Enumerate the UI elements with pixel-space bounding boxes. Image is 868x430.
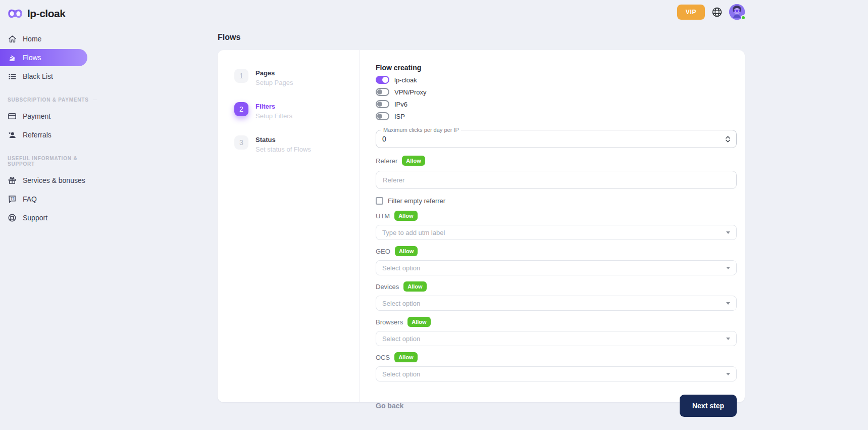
devices-select[interactable]: Select option — [376, 296, 737, 311]
chevron-down-icon — [726, 231, 730, 234]
blacklist-icon — [8, 72, 17, 81]
chevron-down-icon — [726, 267, 730, 269]
referer-label-row: Referer Allow — [376, 156, 737, 166]
go-back-button[interactable]: Go back — [376, 402, 403, 410]
browsers-select[interactable]: Select option — [376, 331, 737, 346]
online-status-dot — [741, 15, 746, 20]
step-number[interactable]: 2 — [234, 102, 248, 116]
vpn-proxy-toggle[interactable] — [376, 88, 389, 96]
geo-allow-badge[interactable]: Allow — [395, 246, 418, 256]
sidebar: lp-cloak Home Flows Black List Subscript… — [0, 0, 101, 228]
browsers-allow-badge[interactable]: Allow — [407, 317, 430, 327]
step-title: Status — [256, 135, 311, 144]
ocs-label-row: OCS Allow — [376, 352, 737, 362]
credit-card-icon — [8, 112, 17, 121]
brand-logo[interactable]: lp-cloak — [0, 0, 101, 20]
step-number[interactable]: 3 — [234, 135, 248, 150]
flow-card: 1 Pages Setup Pages 2 Filters Setup Filt… — [218, 50, 745, 402]
sidebar-item-label: Black List — [23, 72, 53, 80]
flow-creating-form: Flow creating lp-cloak VPN/Proxy IPv6 IS… — [360, 50, 745, 402]
utm-allow-badge[interactable]: Allow — [394, 211, 417, 221]
chevron-down-icon — [726, 338, 730, 340]
ocs-allow-badge[interactable]: Allow — [394, 352, 417, 362]
step-subtitle: Setup Filters — [256, 112, 292, 120]
sidebar-nav: Home Flows Black List Subscription & pay… — [0, 30, 101, 226]
filter-empty-referrer-label: Filter empty referrer — [388, 197, 445, 205]
user-avatar[interactable] — [729, 4, 745, 20]
sidebar-item-support[interactable]: Support — [0, 209, 101, 226]
toggle-knob — [377, 102, 382, 107]
lifebuoy-icon — [8, 213, 17, 222]
browsers-select-placeholder: Select option — [382, 335, 420, 343]
devices-allow-badge[interactable]: Allow — [403, 281, 426, 292]
step-number[interactable]: 1 — [234, 69, 248, 83]
toggle-knob — [382, 77, 388, 83]
svg-text:?!: ?! — [11, 197, 14, 200]
page-title: Flows — [218, 33, 745, 42]
next-step-button[interactable]: Next step — [680, 395, 737, 417]
utm-select[interactable]: Type to add utm label — [376, 225, 737, 240]
step-filters: 2 Filters Setup Filters — [234, 102, 360, 120]
utm-label-row: UTM Allow — [376, 211, 737, 221]
browsers-label-row: Browsers Allow — [376, 317, 737, 327]
sidebar-item-label: Support — [23, 214, 47, 222]
section-title: Subscription & payments — [8, 97, 89, 103]
step-pages: 1 Pages Setup Pages — [234, 69, 360, 86]
sidebar-item-referrals[interactable]: Referrals — [0, 126, 101, 144]
sidebar-item-label: Home — [23, 35, 41, 43]
sidebar-item-payment[interactable]: Payment — [0, 108, 101, 125]
toggle-label: ISP — [394, 113, 405, 120]
sidebar-item-flows[interactable]: Flows — [0, 49, 87, 66]
geo-select-placeholder: Select option — [382, 264, 420, 272]
section-title: Useful information & support — [8, 156, 97, 167]
isp-toggle[interactable] — [376, 112, 389, 120]
chevron-down-icon — [726, 373, 730, 375]
globe-language-icon[interactable] — [711, 7, 723, 18]
form-heading: Flow creating — [376, 64, 737, 72]
brand-name: lp-cloak — [27, 8, 65, 20]
ocs-label: OCS — [376, 354, 390, 361]
sidebar-item-home[interactable]: Home — [0, 30, 101, 47]
max-clicks-input[interactable] — [382, 135, 726, 143]
max-clicks-label: Maximum clicks per day per IP — [381, 127, 461, 133]
referer-label: Referer — [376, 157, 397, 165]
toggle-knob — [377, 114, 382, 119]
toggle-row-ipv6: IPv6 — [376, 100, 737, 108]
referrals-icon — [8, 130, 17, 139]
referer-input[interactable] — [376, 171, 737, 189]
step-title: Filters — [256, 102, 292, 110]
devices-select-placeholder: Select option — [382, 300, 420, 307]
sidebar-item-services-bonuses[interactable]: Services & bonuses — [0, 172, 101, 189]
sidebar-section-subscription: Subscription & payments — [8, 97, 97, 103]
step-subtitle: Setup Pages — [256, 79, 293, 86]
referer-allow-badge[interactable]: Allow — [402, 156, 425, 166]
utm-label: UTM — [376, 212, 390, 220]
sidebar-item-label: Flows — [23, 54, 41, 62]
main-content: VIP Flows 1 Pages Setup Pages — [218, 0, 745, 402]
section-divider — [93, 100, 97, 100]
geo-label: GEO — [376, 248, 390, 255]
step-title: Pages — [256, 69, 293, 77]
toggle-label: IPv6 — [394, 101, 407, 108]
number-stepper-icon[interactable] — [726, 136, 730, 142]
ocs-select-placeholder: Select option — [382, 370, 420, 378]
devices-label-row: Devices Allow — [376, 281, 737, 292]
filter-empty-referrer-row: Filter empty referrer — [376, 197, 737, 205]
lp-cloak-toggle[interactable] — [376, 76, 389, 84]
toggle-row-vpn-proxy: VPN/Proxy — [376, 88, 737, 96]
browsers-label: Browsers — [376, 318, 403, 326]
vip-button[interactable]: VIP — [677, 5, 705, 20]
utm-select-placeholder: Type to add utm label — [382, 229, 445, 236]
ocs-select[interactable]: Select option — [376, 366, 737, 381]
sidebar-item-black-list[interactable]: Black List — [0, 68, 101, 85]
filter-empty-referrer-checkbox[interactable] — [376, 197, 383, 205]
sidebar-item-faq[interactable]: ?! FAQ — [0, 190, 101, 208]
gift-icon — [8, 176, 17, 185]
flows-icon — [8, 53, 17, 62]
sidebar-item-label: FAQ — [23, 195, 37, 203]
sidebar-section-useful: Useful information & support — [8, 156, 97, 167]
geo-select[interactable]: Select option — [376, 260, 737, 275]
toggle-row-lp-cloak: lp-cloak — [376, 76, 737, 84]
mask-logo-icon — [8, 9, 23, 19]
ipv6-toggle[interactable] — [376, 100, 389, 108]
